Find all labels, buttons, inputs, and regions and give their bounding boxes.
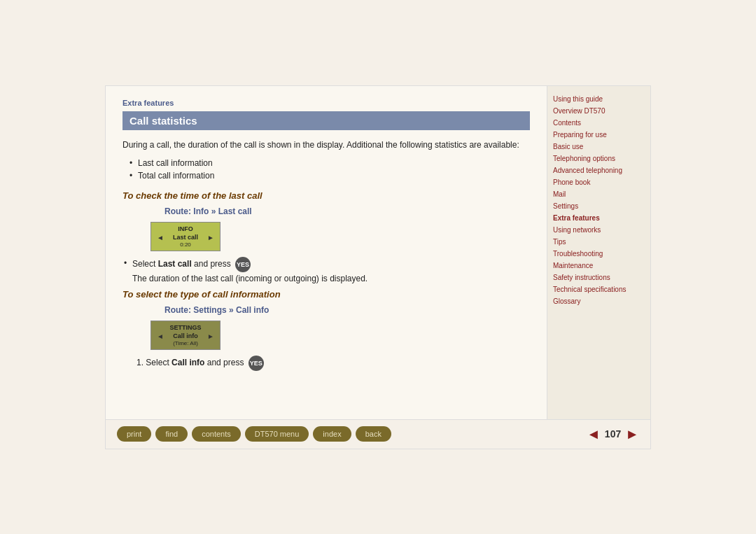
subsection2-title: To select the type of call information <box>122 289 530 300</box>
nav-buttons: printfindcontentsDT570 menuindexback <box>117 426 391 442</box>
bullet-list: Last call information Total call informa… <box>130 158 530 181</box>
nav-btn-contents[interactable]: contents <box>192 426 241 442</box>
phone-disp2-title: SETTINGS <box>157 324 214 331</box>
sidebar-item-safety-instructions[interactable]: Safety instructions <box>553 272 645 283</box>
page-next-arrow[interactable]: ► <box>625 426 639 442</box>
phone-disp1-value: 0:20 <box>157 241 214 248</box>
phone-disp1-arrow-right: ► <box>207 234 214 241</box>
sidebar-item-tips[interactable]: Tips <box>553 236 645 248</box>
nav-btn-print[interactable]: print <box>117 426 151 442</box>
main-content: Extra features Call statistics During a … <box>106 86 547 419</box>
phone-display-1: INFO ◄ Last call ► 0:20 <box>150 222 220 251</box>
sidebar-item-technical-specifications[interactable]: Technical specifications <box>553 283 645 295</box>
section-title: Call statistics <box>122 111 530 130</box>
nav-btn-dt570-menu[interactable]: DT570 menu <box>245 426 309 442</box>
sidebar-item-phone-book[interactable]: Phone book <box>553 176 645 188</box>
bottom-bar: printfindcontentsDT570 menuindexback ◄ 1… <box>106 419 650 449</box>
yes-button-1: YES <box>235 257 251 272</box>
subsection1-step: Select Last call and press YES The durat… <box>122 257 530 285</box>
sidebar-item-using-this-guide[interactable]: Using this guide <box>553 93 645 105</box>
subsection1-title: To check the time of the last call <box>122 190 530 201</box>
nav-btn-index[interactable]: index <box>313 426 351 442</box>
outer-wrapper: Extra features Call statistics During a … <box>0 0 756 534</box>
page-number: 107 <box>605 428 621 440</box>
extra-features-label: Extra features <box>122 99 530 107</box>
phone-disp2-value: (Time: All) <box>157 340 214 346</box>
yes-button-2: YES <box>248 356 264 371</box>
phone-disp2-label: Call info <box>173 332 198 339</box>
sidebar-item-mail[interactable]: Mail <box>553 188 645 200</box>
nav-btn-back[interactable]: back <box>356 426 391 442</box>
bullet-item-1: Last call information <box>130 158 530 168</box>
bullet-item-2: Total call information <box>130 171 530 181</box>
sidebar-item-contents[interactable]: Contents <box>553 117 645 129</box>
phone-disp2-arrow-right: ► <box>207 332 214 340</box>
nav-btn-find[interactable]: find <box>155 426 188 442</box>
sidebar-item-overview-dt570[interactable]: Overview DT570 <box>553 105 645 117</box>
sidebar-item-preparing-for-use[interactable]: Preparing for use <box>553 129 645 141</box>
content-row: Extra features Call statistics During a … <box>106 86 650 419</box>
phone-display-2: SETTINGS ◄ Call info ► (Time: All) <box>150 321 220 350</box>
sidebar-item-glossary[interactable]: Glossary <box>553 295 645 307</box>
sidebar-item-maintenance[interactable]: Maintenance <box>553 260 645 272</box>
subsection2-step: 1. Select Call info and press YES <box>122 356 530 371</box>
phone-disp1-arrow-left: ◄ <box>157 234 164 241</box>
intro-text: During a call, the duration of the call … <box>122 139 530 151</box>
phone-disp1-label: Last call <box>173 234 198 241</box>
page-prev-arrow[interactable]: ◄ <box>587 426 601 442</box>
phone-disp1-title: INFO <box>157 225 214 232</box>
phone-disp2-arrow-left: ◄ <box>157 332 164 340</box>
subsection2-route: Route: Settings » Call info <box>164 305 530 315</box>
sidebar-item-telephoning-options[interactable]: Telephoning options <box>553 153 645 164</box>
sidebar-item-advanced-telephoning[interactable]: Advanced telephoning <box>553 164 645 176</box>
sidebar-item-settings[interactable]: Settings <box>553 200 645 212</box>
subsection1-route: Route: Info » Last call <box>164 206 530 216</box>
sidebar-item-troubleshooting[interactable]: Troubleshooting <box>553 248 645 260</box>
sidebar-item-using-networks[interactable]: Using networks <box>553 224 645 236</box>
page-container: Extra features Call statistics During a … <box>105 85 651 449</box>
sidebar-item-extra-features[interactable]: Extra features <box>553 212 645 224</box>
page-number-area: ◄ 107 ► <box>587 426 639 442</box>
sidebar: Using this guideOverview DT570ContentsPr… <box>547 86 650 419</box>
sidebar-item-basic-use[interactable]: Basic use <box>553 141 645 153</box>
sidebar-nav: Using this guideOverview DT570ContentsPr… <box>553 93 645 307</box>
